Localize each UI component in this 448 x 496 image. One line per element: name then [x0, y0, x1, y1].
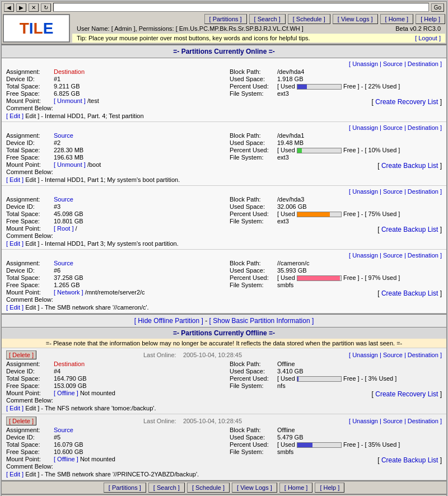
percent-used-label: Percent Used:	[230, 274, 277, 281]
percent-used-value: [ Used Free ] - [ 3% Used ]	[277, 375, 396, 382]
comment-below-row: Comment Below:	[6, 232, 218, 239]
nav-partitions[interactable]: [ Partitions ]	[204, 14, 247, 24]
percent-used-row: Percent Used: [ Used Free ] - [ 3% Used …	[230, 375, 442, 382]
show-basic-link[interactable]: [ Show Basic Partition Information ]	[209, 317, 314, 325]
partition-details: Assignment: Source Device ID: #5 Total S…	[6, 427, 442, 470]
partition-details: Assignment: Source Device ID: #6 Total S…	[6, 260, 442, 303]
total-space-row: Total Space: 16.079 GB	[6, 441, 218, 448]
source-link[interactable]: Source	[383, 252, 403, 259]
stop-btn[interactable]: ✕	[29, 3, 39, 12]
source-link[interactable]: Source	[383, 188, 403, 195]
used-space-value: 5.479 GB	[277, 434, 303, 441]
mount-point-label: Mount Point:	[6, 390, 54, 396]
hide-offline-link[interactable]: [ Hide Offline Partition ]	[134, 317, 203, 325]
destination-link[interactable]: Destination	[408, 252, 438, 259]
comment-below-label: Comment Below:	[6, 232, 54, 239]
create-list-link[interactable]: Create Recovery List	[375, 98, 438, 106]
total-space-row: Total Space: 45.098 GB	[6, 210, 218, 217]
edit-link[interactable]: [ Edit ]	[6, 176, 24, 183]
mount-action-link[interactable]: [ Network ]	[54, 289, 83, 296]
online-partitions: [ Unassign | Source | Destination ] Assi…	[2, 58, 446, 313]
total-space-label: Total Space:	[6, 210, 54, 217]
unassign-link[interactable]: Unassign	[352, 124, 378, 131]
total-space-label: Total Space:	[6, 274, 54, 281]
mount-action-link[interactable]: [ Offline ]	[54, 456, 78, 462]
file-system-value: ext3	[277, 90, 289, 97]
mount-action-link[interactable]: [ Unmount ]	[54, 97, 86, 104]
online-header: =- Partitions Currently Online =-	[2, 44, 446, 58]
bottom-nav-search[interactable]: [ Search ]	[148, 483, 185, 493]
unassign-link[interactable]: Unassign	[352, 252, 378, 259]
total-space-row: Total Space: 9.211 GB	[6, 83, 218, 90]
edit-link[interactable]: [ Edit ]	[6, 304, 24, 311]
source-link[interactable]: Source	[383, 418, 403, 424]
unassign-link[interactable]: Unassign	[352, 352, 378, 358]
nav-home[interactable]: [ Home ]	[380, 14, 414, 24]
destination-link[interactable]: Destination	[408, 188, 438, 195]
unassign-link[interactable]: Unassign	[352, 188, 378, 195]
total-space-label: Total Space:	[6, 441, 54, 448]
mount-action-link[interactable]: [ Root ]	[54, 225, 73, 232]
bottom-nav-viewlogs[interactable]: [ View Logs ]	[232, 483, 277, 493]
bottom-nav-help[interactable]: [ Help ]	[315, 483, 344, 493]
partition-left: Assignment: Destination Device ID: #4 To…	[6, 361, 218, 404]
create-list-link[interactable]: Create Recovery List	[375, 390, 438, 398]
bottom-nav-home[interactable]: [ Home ]	[279, 483, 313, 493]
top-nav: [ Partitions ] [ Search ] [ Schedule ] […	[72, 14, 445, 24]
create-list-link[interactable]: Create Backup List	[381, 226, 438, 233]
forward-btn[interactable]: ▶	[16, 3, 26, 12]
comment-below-label: Comment Below:	[6, 397, 54, 404]
used-space-row: Used Space: 32.006 GB	[230, 203, 442, 210]
device-id-row: Device ID: #5	[6, 434, 218, 441]
edit-link[interactable]: [ Edit ]	[6, 240, 24, 247]
comment-row: [ Edit ] Edit ] - Internal HDD1, Part. 4…	[6, 113, 442, 119]
nav-schedule[interactable]: [ Schedule ]	[288, 14, 330, 24]
mount-action-link[interactable]: [ Unmount ]	[54, 161, 86, 168]
total-space-value: 164.790 GB	[54, 375, 87, 382]
source-link[interactable]: Source	[383, 60, 403, 67]
used-space-label: Used Space:	[230, 368, 277, 375]
unassign-link[interactable]: Unassign	[352, 60, 378, 67]
create-list-link[interactable]: Create Backup List	[381, 456, 438, 464]
destination-link[interactable]: Destination	[408, 124, 438, 131]
file-system-label: File System:	[230, 448, 277, 455]
version-text: Beta v0.2 RC3.0	[395, 25, 441, 32]
source-link[interactable]: Source	[383, 124, 403, 131]
edit-link[interactable]: [ Edit ]	[6, 113, 24, 119]
create-list-link[interactable]: Create Backup List	[381, 289, 438, 297]
nav-search[interactable]: [ Search ]	[249, 14, 286, 24]
partition-block: [ Unassign | Source | Destination ] Assi…	[2, 250, 446, 313]
bottom-nav-partitions[interactable]: [ Partitions ]	[104, 483, 146, 493]
percent-used-label: Percent Used:	[230, 210, 277, 217]
url-input[interactable]: http://localhost:853/cgi-bin/part-conf.c…	[53, 3, 429, 12]
unassign-link[interactable]: Unassign	[352, 418, 378, 424]
create-list-link[interactable]: Create Backup List	[381, 162, 438, 170]
refresh-btn[interactable]: ↻	[41, 3, 51, 12]
used-space-row: Used Space: 1.918 GB	[230, 76, 442, 82]
block-path-label: Block Path:	[230, 68, 277, 75]
partition-actions: [ Unassign | Source | Destination ]	[6, 188, 442, 195]
delete-btn[interactable]: [ Delete ]	[6, 350, 36, 359]
create-link-row: [ Create Backup List ]	[230, 456, 442, 464]
delete-btn[interactable]: [ Delete ]	[6, 417, 36, 425]
nav-viewlogs[interactable]: [ View Logs ]	[333, 14, 378, 24]
destination-link[interactable]: Destination	[408, 352, 438, 358]
destination-link[interactable]: Destination	[408, 418, 438, 424]
comment-below-label: Comment Below:	[6, 169, 54, 175]
nav-help[interactable]: [ Help ]	[416, 14, 445, 24]
comment-below-row: Comment Below:	[6, 463, 218, 470]
partition-details: Assignment: Source Device ID: #3 Total S…	[6, 196, 442, 240]
partition-actions: [ Unassign | Source | Destination ]	[6, 252, 442, 259]
back-btn[interactable]: ◀	[4, 3, 14, 12]
logout-link[interactable]: [ Logout ]	[415, 35, 441, 41]
bottom-nav-schedule[interactable]: [ Schedule ]	[187, 483, 230, 493]
source-link[interactable]: Source	[383, 352, 403, 358]
destination-link[interactable]: Destination	[408, 60, 438, 67]
edit-link[interactable]: [ Edit ]	[6, 471, 24, 478]
edit-link[interactable]: [ Edit ]	[6, 405, 24, 411]
mount-action-link[interactable]: [ Offline ]	[54, 390, 78, 396]
partition-block: [ Delete ] Last Online: 2005-10-04, 10:2…	[2, 348, 446, 414]
percent-used-row: Percent Used: [ Used Free ] - [ 75% Used…	[230, 210, 442, 217]
go-btn[interactable]: Go	[431, 3, 444, 12]
mount-point-label: Mount Point:	[6, 456, 54, 462]
